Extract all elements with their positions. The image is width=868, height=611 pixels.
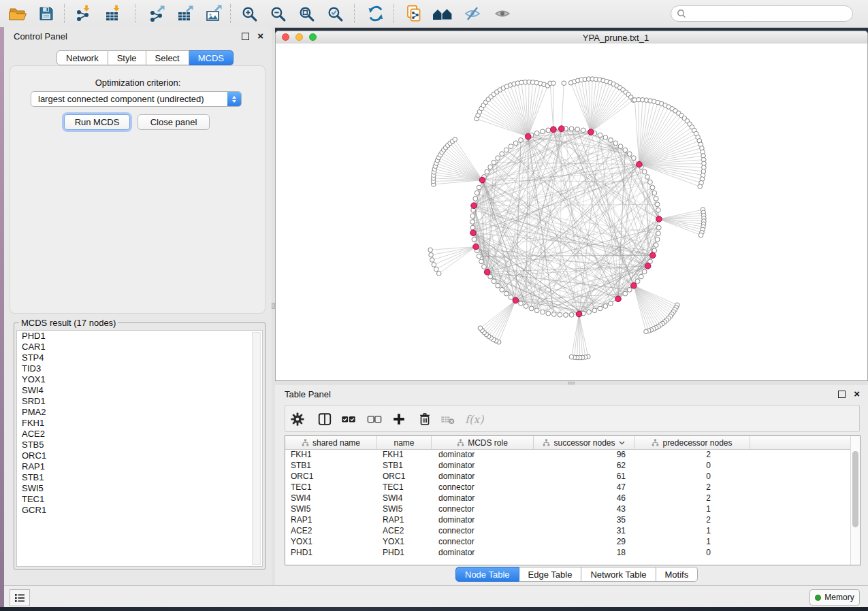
scrollbar-thumb[interactable] <box>852 451 858 527</box>
column-header-shared-name[interactable]: shared name <box>285 436 377 449</box>
graph-node[interactable] <box>436 271 441 276</box>
graph-node[interactable] <box>429 252 434 257</box>
function-builder-button[interactable]: f(x) <box>464 409 484 429</box>
graph-node[interactable] <box>519 138 524 143</box>
graph-hub-node[interactable] <box>637 161 643 167</box>
graph-node[interactable] <box>428 248 433 252</box>
table-row[interactable]: RAP1RAP1dominator352 <box>285 514 860 525</box>
mcds-result-item[interactable]: PHD1 <box>17 331 262 342</box>
graph-hub-node[interactable] <box>471 203 477 209</box>
run-mcds-button[interactable]: Run MCDS <box>64 114 130 130</box>
mcds-result-item[interactable]: TID3 <box>17 363 262 374</box>
column-header-name[interactable]: name <box>377 436 432 449</box>
tab-select[interactable]: Select <box>146 50 189 65</box>
search-input[interactable] <box>690 8 847 20</box>
graph-node[interactable] <box>488 274 493 279</box>
task-history-button[interactable] <box>10 589 30 606</box>
graph-node[interactable] <box>575 127 580 132</box>
memory-button[interactable]: Memory <box>809 589 860 606</box>
graph-node[interactable] <box>656 231 661 236</box>
tab-network-table[interactable]: Network Table <box>581 567 656 582</box>
graph-node[interactable] <box>569 354 574 359</box>
graph-node[interactable] <box>613 141 618 146</box>
graph-node[interactable] <box>645 175 650 180</box>
graph-node[interactable] <box>698 184 703 189</box>
graph-node[interactable] <box>623 291 628 296</box>
table-row[interactable]: TEC1TEC1connector472 <box>285 482 860 493</box>
graph-node[interactable] <box>500 287 504 292</box>
graph-node[interactable] <box>509 144 513 149</box>
graph-node[interactable] <box>642 269 647 274</box>
graph-node[interactable] <box>551 81 556 86</box>
graph-hub-node[interactable] <box>615 296 622 302</box>
graph-hub-node[interactable] <box>513 297 519 303</box>
graph-node[interactable] <box>492 160 496 165</box>
mcds-result-item[interactable]: STP4 <box>17 352 262 363</box>
table-row[interactable]: YOX1YOX1connector291 <box>285 536 860 547</box>
graph-node[interactable] <box>569 312 574 317</box>
graph-node[interactable] <box>470 214 475 218</box>
graph-hub-node[interactable] <box>650 252 656 259</box>
graph-node[interactable] <box>453 137 457 142</box>
table-row[interactable]: ORC1ORC1dominator610 <box>285 471 860 482</box>
close-panel-button[interactable]: Close panel <box>138 114 210 130</box>
graph-hub-node[interactable] <box>588 129 594 135</box>
graph-node[interactable] <box>509 295 513 299</box>
graph-node[interactable] <box>488 165 493 169</box>
delete-table-button[interactable] <box>438 409 458 429</box>
float-panel-icon[interactable] <box>838 391 846 398</box>
graph-node[interactable] <box>569 127 574 131</box>
table-row[interactable]: FKH1FKH1dominator962 <box>285 449 860 460</box>
graph-node[interactable] <box>644 329 649 334</box>
graph-hub-node[interactable] <box>525 133 531 139</box>
deselect-all-button[interactable] <box>364 409 385 429</box>
zoom-out-button[interactable] <box>266 3 290 24</box>
export-image-button[interactable] <box>202 3 226 24</box>
table-row[interactable]: SWI4SWI4dominator462 <box>285 493 860 503</box>
mcds-result-item[interactable]: STB5 <box>17 440 262 450</box>
graph-node[interactable] <box>472 237 477 242</box>
graph-node[interactable] <box>524 304 528 309</box>
graph-node[interactable] <box>432 263 436 267</box>
export-table-button[interactable] <box>173 3 197 24</box>
column-header-mcds-role[interactable]: MCDS role <box>432 436 534 449</box>
mcds-result-item[interactable]: SRD1 <box>17 396 262 407</box>
graph-node[interactable] <box>603 304 608 309</box>
import-table-button[interactable] <box>101 3 125 24</box>
graph-node[interactable] <box>475 191 479 195</box>
table-row[interactable]: SWI5SWI5connector431 <box>285 503 860 514</box>
tab-node-table[interactable]: Node Table <box>455 567 519 582</box>
network-canvas[interactable] <box>276 44 867 380</box>
node-table[interactable]: shared namenameMCDS rolesuccessor nodesp… <box>285 435 861 565</box>
mcds-result-item[interactable]: SWI5 <box>17 483 262 494</box>
open-file-button[interactable] <box>5 3 30 24</box>
graph-hub-node[interactable] <box>551 127 557 133</box>
graph-node[interactable] <box>496 283 500 288</box>
graph-node[interactable] <box>546 128 551 133</box>
tab-edge-table[interactable]: Edge Table <box>519 567 582 582</box>
graph-node[interactable] <box>650 185 655 190</box>
float-panel-icon[interactable] <box>242 33 249 40</box>
graph-node[interactable] <box>642 169 647 174</box>
column-header-successor-nodes[interactable]: successor nodes <box>534 436 634 449</box>
show-columns-button[interactable] <box>315 409 335 429</box>
graph-node[interactable] <box>485 169 489 174</box>
tab-mcds[interactable]: MCDS <box>189 50 234 65</box>
graph-node[interactable] <box>434 267 438 271</box>
tab-style[interactable]: Style <box>108 50 146 65</box>
graph-hub-node[interactable] <box>470 230 477 236</box>
table-row[interactable]: STB1STB1dominator620 <box>285 460 860 471</box>
mcds-result-item[interactable]: FKH1 <box>17 418 262 429</box>
save-session-button[interactable] <box>34 3 59 24</box>
graph-node[interactable] <box>496 156 500 161</box>
graph-hub-node[interactable] <box>631 282 637 288</box>
graph-node[interactable] <box>631 156 636 161</box>
mcds-result-item[interactable]: STB1 <box>17 472 262 483</box>
column-header-predecessor-nodes[interactable]: predecessor nodes <box>634 436 750 449</box>
zoom-selected-button[interactable] <box>323 3 347 24</box>
graph-node[interactable] <box>541 310 545 314</box>
graph-node[interactable] <box>541 129 545 134</box>
clone-network-button[interactable] <box>402 3 426 24</box>
graph-node[interactable] <box>609 301 613 306</box>
graph-node[interactable] <box>519 301 524 306</box>
